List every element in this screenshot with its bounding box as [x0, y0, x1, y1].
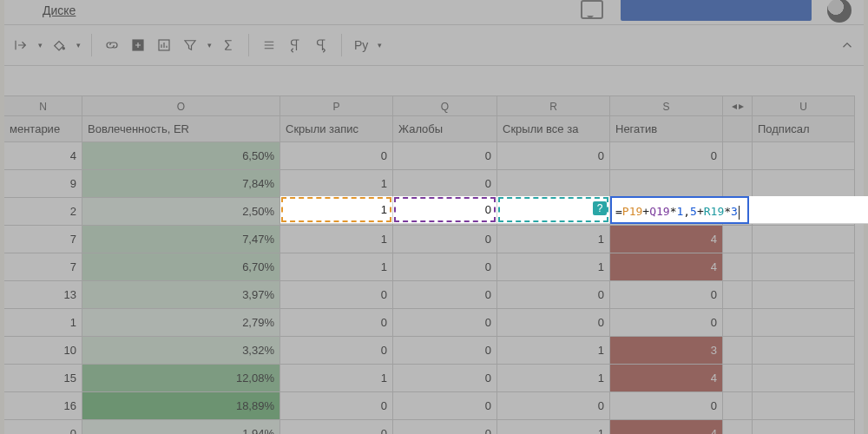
cell[interactable]: 0 [393, 142, 497, 170]
ltr-icon[interactable] [284, 34, 306, 56]
link-icon[interactable] [101, 34, 123, 56]
cell[interactable]: 6,70% [82, 253, 280, 281]
cell[interactable] [753, 392, 855, 420]
cell[interactable]: 1,94% [82, 420, 280, 434]
cell[interactable]: 7 [4, 253, 82, 281]
filter-icon[interactable] [179, 34, 201, 56]
cell[interactable]: 0 [610, 281, 723, 309]
cell[interactable]: 0 [610, 309, 723, 337]
comment-icon[interactable] [581, 0, 603, 19]
cell[interactable] [753, 309, 855, 337]
cell[interactable]: 7 [4, 226, 82, 253]
column-header[interactable]: Негатив [610, 116, 723, 142]
collapse-toolbar-icon[interactable] [836, 34, 858, 56]
chart-icon[interactable] [153, 34, 175, 56]
cell[interactable]: 16 [4, 392, 82, 420]
cell[interactable]: 1 [280, 226, 393, 253]
cell[interactable]: 0 [497, 392, 610, 420]
cell[interactable] [753, 142, 855, 170]
cell[interactable]: 12,08% [82, 365, 280, 392]
cell-q[interactable]: 0 [393, 196, 497, 224]
cell[interactable]: 1 [497, 365, 610, 392]
cell[interactable]: 0 [393, 170, 497, 198]
formula-hint-icon[interactable]: ? [593, 201, 607, 215]
paint-bucket-icon[interactable] [48, 34, 70, 56]
column-letter[interactable]: Q [393, 95, 497, 116]
cell[interactable]: 0 [393, 253, 497, 281]
cell[interactable] [753, 281, 855, 309]
cell[interactable]: 7,47% [82, 226, 280, 253]
cell[interactable]: 0 [280, 392, 393, 420]
input-language-label[interactable]: Ру [351, 38, 372, 52]
cell[interactable]: 13 [4, 281, 82, 309]
rtl-icon[interactable] [310, 34, 332, 56]
cell[interactable] [753, 365, 855, 392]
dropdown-caret-icon[interactable]: ▾ [74, 41, 82, 49]
cell[interactable]: 0 [4, 420, 82, 434]
cell-r[interactable]: ? [497, 196, 610, 224]
cell[interactable]: 4 [610, 253, 723, 281]
cell[interactable]: 1 [497, 420, 610, 434]
cell[interactable]: 15 [4, 365, 82, 392]
avatar[interactable] [827, 0, 852, 23]
sigma-icon[interactable] [217, 34, 240, 56]
cell[interactable]: 0 [497, 142, 610, 170]
cell[interactable] [753, 337, 855, 365]
dropdown-caret-icon[interactable]: ▾ [375, 41, 384, 49]
cell[interactable]: 1 [497, 253, 610, 281]
cell[interactable]: 6,50% [82, 142, 280, 170]
column-header[interactable]: Скрыли запис [280, 116, 393, 142]
cell[interactable]: 0 [393, 281, 497, 309]
cell[interactable]: 0 [497, 281, 610, 309]
add-comment-icon[interactable] [127, 34, 149, 56]
cell[interactable]: 0 [280, 309, 393, 337]
cell[interactable]: 0 [280, 142, 393, 170]
paragraph-spacing-icon[interactable] [258, 34, 280, 56]
cell[interactable]: 0 [280, 281, 393, 309]
cell[interactable] [753, 226, 855, 253]
column-scroll-arrows[interactable]: ◂▸ [723, 95, 753, 116]
column-letter[interactable]: R [497, 95, 610, 116]
cell[interactable]: 0 [280, 420, 393, 434]
column-header[interactable] [723, 116, 753, 142]
cell[interactable]: 7,84% [82, 170, 280, 198]
cell[interactable]: 0 [497, 309, 610, 337]
cell[interactable]: 1 [280, 170, 393, 198]
column-header[interactable]: Вовлеченность, ER [82, 116, 280, 142]
column-letter[interactable]: N [4, 95, 82, 116]
cell[interactable]: 10 [4, 337, 82, 365]
cell[interactable] [753, 170, 855, 198]
cell[interactable]: 0 [393, 420, 497, 434]
formula-input[interactable]: =P19+Q19*1,5+R19*3 [610, 196, 749, 224]
cell-p[interactable]: 1 [280, 196, 393, 224]
insert-row-icon[interactable] [10, 34, 32, 56]
cell[interactable]: 9 [4, 170, 82, 198]
cell[interactable]: 0 [280, 337, 393, 365]
cell[interactable]: 3 [610, 337, 723, 365]
drive-link[interactable]: Диске [43, 3, 76, 17]
spreadsheet-grid[interactable]: NOPQRS◂▸UментариеВовлеченность, ERСкрыли… [4, 95, 864, 434]
dropdown-caret-icon[interactable]: ▾ [36, 41, 44, 49]
cell[interactable]: 3,32% [82, 337, 280, 365]
column-letter[interactable]: U [753, 95, 855, 116]
cell[interactable]: 0 [393, 392, 497, 420]
column-header[interactable]: ментарие [4, 116, 82, 142]
cell[interactable]: 4 [610, 420, 723, 434]
cell[interactable]: 0 [393, 226, 497, 253]
cell[interactable]: 4 [610, 365, 723, 392]
column-letter[interactable]: P [280, 95, 393, 116]
dropdown-caret-icon[interactable]: ▾ [205, 41, 214, 49]
cell[interactable] [610, 170, 723, 198]
cell[interactable]: 0 [393, 309, 497, 337]
cell[interactable] [749, 196, 868, 224]
cell[interactable]: 1 [280, 253, 393, 281]
cell[interactable] [753, 253, 855, 281]
column-header[interactable]: Скрыли все за [497, 116, 610, 142]
column-header[interactable]: Жалобы [393, 116, 497, 142]
cell[interactable]: 0 [610, 392, 723, 420]
cell[interactable]: 4 [4, 142, 82, 170]
column-letter[interactable]: O [82, 95, 280, 116]
cell[interactable]: 1 [497, 226, 610, 253]
column-header[interactable]: Подписал [753, 116, 855, 142]
cell[interactable]: 1 [280, 365, 393, 392]
